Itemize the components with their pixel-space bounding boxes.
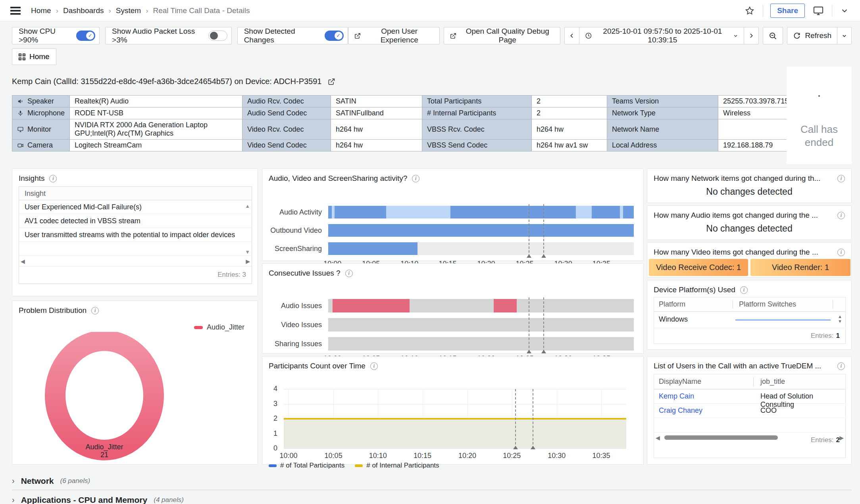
timeline-bar [328, 318, 634, 332]
scroll-right-icon[interactable]: ▶ [839, 435, 844, 441]
column-header[interactable]: Platform Switches [733, 300, 796, 309]
annotation-marker-icon[interactable] [527, 254, 531, 258]
info-icon[interactable]: i [837, 175, 845, 182]
timeline-segment[interactable] [332, 206, 335, 218]
time-range-picker[interactable]: 2025-10-01 09:57:50 to 2025-10-01 10:39:… [579, 27, 745, 44]
annotation-marker-icon[interactable] [541, 254, 546, 258]
toggle-switch[interactable]: ✓ [325, 31, 344, 41]
timeline-segment[interactable] [328, 318, 634, 332]
toggle-show-audio-packet-loss-3-[interactable]: Show Audio Packet Loss >3% [105, 27, 232, 44]
info-icon[interactable]: i [837, 249, 845, 256]
favorite-star-icon[interactable] [744, 5, 756, 17]
timeline-segment[interactable] [623, 206, 634, 218]
legend-swatch [269, 464, 277, 467]
timeline-segment[interactable] [328, 206, 332, 218]
annotation-marker-icon[interactable] [541, 350, 546, 353]
info-icon[interactable]: i [412, 175, 419, 182]
open-user-experience-button[interactable]: Open User Experience [348, 27, 440, 44]
timeline-segment[interactable] [328, 242, 417, 255]
annotation-marker-icon[interactable] [513, 446, 518, 449]
insight-row[interactable]: User Experienced Mid-Call Failure(s) [19, 200, 252, 214]
info-icon[interactable]: i [91, 307, 99, 314]
panel-title: Device Platform(s) Used [654, 286, 735, 294]
breadcrumb-item[interactable]: Dashboards [63, 6, 104, 15]
series-line-internal-participants[interactable] [284, 418, 626, 420]
scroll-left-icon[interactable]: ◀ [21, 258, 25, 264]
timeline-segment[interactable] [410, 299, 494, 312]
timeline-segment[interactable] [386, 206, 450, 218]
users-hscrollbar[interactable]: ◀ ▶ [654, 432, 845, 443]
timeline-segment[interactable] [592, 206, 620, 218]
call-ended-panel: Call hasended [787, 67, 852, 164]
metric-value-cell: 2 [532, 96, 607, 107]
toggle-switch[interactable] [208, 31, 227, 41]
timeline-segment[interactable] [576, 206, 592, 218]
annotation-line [533, 389, 533, 448]
section-applications-cpu-and-memory[interactable]: ›Applications - CPU and Memory(4 panels) [12, 491, 852, 504]
legend-item[interactable]: Audio_Jitter [194, 323, 244, 332]
refresh-button[interactable]: Refresh [787, 27, 837, 44]
toggle-label: Show Detected Changes [244, 27, 319, 44]
toggle-show-detected-changes[interactable]: Show Detected Changes✓ [237, 27, 348, 44]
section-network[interactable]: ›Network(6 panels) [12, 472, 852, 490]
breadcrumb-item[interactable]: Home [31, 6, 51, 15]
timeline-segment[interactable] [328, 337, 634, 351]
timeline-segment[interactable] [333, 299, 410, 312]
scroll-down-icon[interactable]: ▼ [245, 249, 250, 255]
info-icon[interactable]: i [740, 286, 748, 294]
time-shift-back-button[interactable] [564, 27, 579, 44]
timeline-row-label: ScreenSharing [262, 242, 322, 255]
tv-mode-icon[interactable] [812, 5, 825, 17]
open-call-quality-debug-button[interactable]: Open Call Quality Debug Page [444, 27, 560, 44]
timeline-segment[interactable] [328, 299, 333, 312]
chevron-down-icon[interactable] [839, 6, 850, 16]
share-button[interactable]: Share [770, 4, 805, 18]
toggle-show-cpu-90-[interactable]: Show CPU >90%✓ [12, 27, 100, 44]
video-change-stat[interactable]: Video Receive Codec: 1 [649, 259, 748, 276]
info-icon[interactable]: i [837, 362, 845, 370]
menu-icon[interactable] [10, 7, 21, 15]
time-shift-forward-button[interactable] [744, 27, 759, 44]
timeline-segment[interactable] [417, 242, 634, 255]
timeline-segment[interactable] [335, 206, 386, 218]
spinner-arrows[interactable]: ▲▼ [838, 315, 842, 323]
annotation-marker-icon[interactable] [527, 350, 531, 353]
annotation-marker-icon[interactable] [531, 446, 535, 449]
donut-slice-audio-jitter[interactable] [55, 341, 154, 450]
breadcrumb-item[interactable]: Real Time Call Data - Details [153, 6, 250, 15]
column-header[interactable]: Platform [659, 300, 733, 309]
timeline-segment[interactable] [517, 299, 634, 312]
user-name-link[interactable]: Craig Chaney [659, 406, 702, 415]
column-header[interactable]: DisplayName [659, 378, 753, 386]
video-change-stat[interactable]: Video Render: 1 [750, 259, 850, 276]
column-header[interactable]: job_title [753, 378, 785, 386]
device-label: Microphone [27, 109, 65, 117]
entries-value: 3 [242, 271, 246, 279]
toggle-group: Show CPU >90%✓Show Audio Packet Loss >3%… [12, 27, 348, 44]
external-link-icon[interactable] [327, 78, 335, 86]
home-button[interactable]: Home [12, 48, 56, 65]
scroll-right-icon[interactable]: ▶ [246, 258, 250, 264]
info-icon[interactable]: i [345, 270, 353, 277]
metric-label-cell: Audio Send Codec [242, 107, 331, 119]
legend-item[interactable]: # of Internal Participants [355, 462, 439, 470]
scroll-up-icon[interactable]: ▲ [245, 203, 250, 209]
info-icon[interactable]: i [837, 212, 845, 219]
info-icon[interactable]: i [49, 175, 57, 182]
refresh-interval-dropdown[interactable] [837, 27, 852, 44]
breadcrumb-item[interactable]: System [116, 6, 141, 15]
user-name-link[interactable]: Kemp Cain [659, 392, 694, 401]
insight-row[interactable]: AV1 codec detected in VBSS stream [19, 214, 252, 228]
zoom-out-time-button[interactable] [763, 27, 783, 44]
info-icon[interactable]: i [370, 362, 378, 370]
insights-hscrollbar[interactable]: ◀ ▶ [19, 256, 252, 266]
toggle-switch[interactable]: ✓ [76, 31, 95, 41]
timeline-segment[interactable] [328, 224, 634, 237]
legend-item[interactable]: # of Total Participants [269, 462, 344, 470]
timeline-segment[interactable] [620, 206, 623, 218]
scroll-left-icon[interactable]: ◀ [656, 435, 660, 441]
scrollbar-thumb[interactable] [664, 435, 778, 440]
timeline-segment[interactable] [450, 206, 576, 218]
insight-row[interactable]: User transmitted streams with the potent… [19, 228, 252, 242]
timeline-segment[interactable] [494, 299, 517, 312]
